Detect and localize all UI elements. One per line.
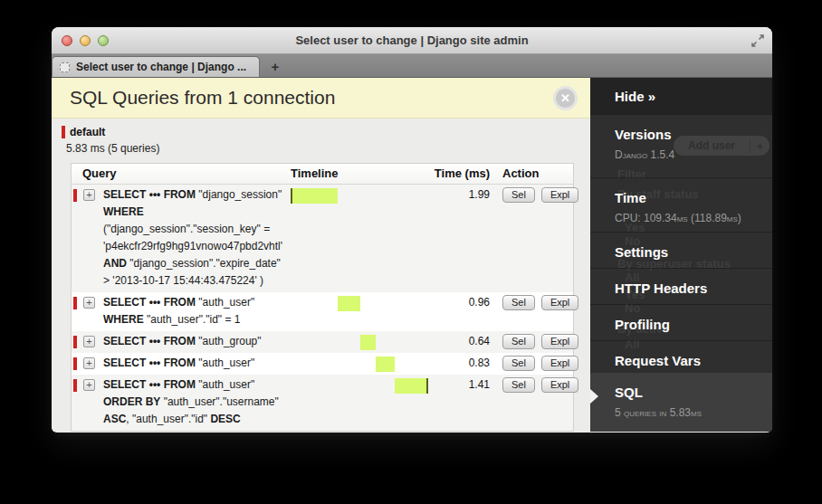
sel-button[interactable]: Sel	[502, 295, 535, 310]
query-cell: +SELECT ••• FROM "django_session"WHERE("…	[72, 186, 291, 290]
browser-window: Select user to change | Django site admi…	[52, 27, 772, 433]
zoom-window-button[interactable]	[98, 35, 109, 46]
expand-query-button[interactable]: +	[83, 189, 95, 201]
datasource-summary: 5.83 ms (5 queries)	[66, 142, 590, 155]
sql-text: SELECT ••• FROM "django_session"WHERE("d…	[103, 186, 282, 290]
query-cell: +SELECT ••• FROM "auth_group"	[72, 333, 291, 350]
timeline-cell	[291, 333, 428, 350]
expl-button[interactable]: Expl	[541, 187, 578, 203]
datasource-row: default	[62, 126, 590, 138]
sql-text: SELECT ••• FROM "auth_user"	[103, 355, 254, 372]
query-row: +SELECT ••• FROM "auth_user"0.83SelExpl	[72, 353, 573, 375]
toolbar-item-label: HTTP Headers	[615, 281, 763, 296]
toolbar-item-http-headers[interactable]: HTTP Headers	[590, 268, 772, 304]
expand-query-button[interactable]: +	[83, 336, 95, 347]
expand-query-button[interactable]: +	[83, 357, 95, 369]
time-value: 0.83	[428, 355, 493, 372]
action-cell: SelExpl	[493, 186, 584, 290]
toolbar-item-label: Time	[615, 190, 763, 205]
toolbar-item-request-vars[interactable]: Request Vars	[590, 340, 772, 372]
query-row: +SELECT ••• FROM "auth_group"0.64SelExpl	[72, 331, 573, 353]
tab-select-user[interactable]: Select user to change | Django ...	[52, 56, 260, 77]
close-panel-icon[interactable]: ✕	[553, 86, 578, 110]
timeline-cell	[291, 186, 428, 290]
sql-panel-title: SQL Queries from 1 connection	[70, 87, 553, 109]
minimize-window-button[interactable]	[80, 35, 91, 46]
sql-panel-header: SQL Queries from 1 connection ✕	[52, 78, 590, 119]
window-content: SQL Queries from 1 connection ✕ default …	[52, 78, 772, 432]
toolbar-item-subtitle: 5 queries in 5.83ms	[615, 406, 763, 419]
toolbar-hide-band: Hide »	[590, 78, 772, 114]
action-cell: SelExpl	[493, 376, 584, 428]
action-cell: SelExpl	[493, 333, 584, 350]
col-header-action: Action	[493, 166, 573, 180]
expl-button[interactable]: Expl	[541, 295, 578, 310]
toolbar-item-subtitle: CPU: 109.34ms (118.89ms)	[615, 212, 763, 224]
db-marker	[73, 379, 77, 392]
query-rows: +SELECT ••• FROM "django_session"WHERE("…	[72, 185, 573, 431]
hide-toolbar-button[interactable]: Hide »	[615, 89, 655, 104]
db-marker	[73, 336, 77, 348]
timeline-bar	[376, 357, 396, 372]
db-marker	[73, 189, 77, 202]
expand-query-button[interactable]: +	[83, 297, 95, 309]
datasource-marker	[62, 126, 65, 138]
sel-button[interactable]: Sel	[502, 187, 535, 203]
sel-button[interactable]: Sel	[502, 356, 535, 371]
sql-text: SELECT ••• FROM "auth_user"ORDER BY "aut…	[103, 376, 279, 428]
toolbar-item-subtitle: Django 1.5.4	[615, 148, 763, 161]
toolbar-items: Hide » VersionsDjango 1.5.4TimeCPU: 109.…	[590, 78, 772, 432]
time-value: 1.99	[428, 186, 493, 290]
query-table-header: Query Timeline Time (ms) Action	[72, 164, 573, 185]
db-marker	[73, 357, 77, 370]
query-cell: +SELECT ••• FROM "auth_user"WHERE "auth_…	[72, 294, 291, 328]
toolbar-item-label: Settings	[615, 244, 763, 260]
sel-button[interactable]: Sel	[502, 334, 535, 349]
toolbar-item-time[interactable]: TimeCPU: 109.34ms (118.89ms)	[590, 177, 772, 232]
tab-bar: Select user to change | Django ... +	[52, 54, 772, 78]
timeline-cell	[291, 355, 428, 372]
col-header-time: Time (ms)	[428, 166, 493, 180]
favicon-placeholder-icon	[60, 62, 70, 72]
query-table: Query Timeline Time (ms) Action +SELECT …	[71, 163, 574, 432]
expl-button[interactable]: Expl	[541, 377, 578, 393]
toolbar-item-sql[interactable]: SQL5 queries in 5.83ms	[590, 372, 772, 432]
col-header-query: Query	[72, 166, 291, 180]
query-cell: +SELECT ••• FROM "auth_user"ORDER BY "au…	[72, 376, 291, 428]
time-value: 1.41	[428, 376, 493, 428]
timeline-bar	[291, 188, 338, 204]
window-titlebar: Select user to change | Django site admi…	[52, 27, 772, 54]
timeline-bar	[395, 378, 428, 394]
toolbar-item-label: Request Vars	[615, 353, 763, 368]
selected-panel-arrow	[590, 388, 598, 404]
debug-toolbar-sidebar: e, mge password / Log outAdd user+Filter…	[590, 78, 772, 432]
datasource-name: default	[70, 126, 105, 138]
timeline-cell	[291, 294, 428, 328]
action-cell: SelExpl	[493, 355, 584, 372]
toolbar-item-versions[interactable]: VersionsDjango 1.5.4	[590, 114, 772, 177]
sql-text: SELECT ••• FROM "auth_user"WHERE "auth_u…	[103, 294, 254, 328]
col-header-timeline: Timeline	[291, 166, 428, 180]
time-value: 0.64	[428, 333, 493, 350]
timeline-bar	[360, 335, 376, 350]
tab-label: Select user to change | Django ...	[76, 61, 246, 73]
window-title: Select user to change | Django site admi…	[52, 33, 772, 47]
new-tab-button[interactable]: +	[260, 56, 291, 77]
timeline-cell	[291, 376, 428, 428]
close-window-button[interactable]	[62, 35, 72, 46]
expl-button[interactable]: Expl	[541, 334, 578, 349]
sql-panel: SQL Queries from 1 connection ✕ default …	[52, 78, 590, 432]
traffic-lights	[62, 35, 109, 46]
sel-button[interactable]: Sel	[502, 377, 535, 393]
toolbar-item-settings[interactable]: Settings	[590, 232, 772, 268]
expl-button[interactable]: Expl	[541, 356, 578, 371]
toolbar-item-profiling[interactable]: Profiling	[590, 304, 772, 340]
expand-query-button[interactable]: +	[83, 379, 95, 391]
query-row: +SELECT ••• FROM "auth_user"WHERE "auth_…	[72, 292, 573, 331]
toolbar-item-label: SQL	[615, 385, 763, 400]
time-value: 0.96	[428, 294, 493, 328]
fullscreen-icon[interactable]	[750, 33, 765, 48]
query-row: +SELECT ••• FROM "django_session"WHERE("…	[72, 185, 573, 292]
action-cell: SelExpl	[493, 294, 584, 328]
db-marker	[73, 297, 77, 309]
